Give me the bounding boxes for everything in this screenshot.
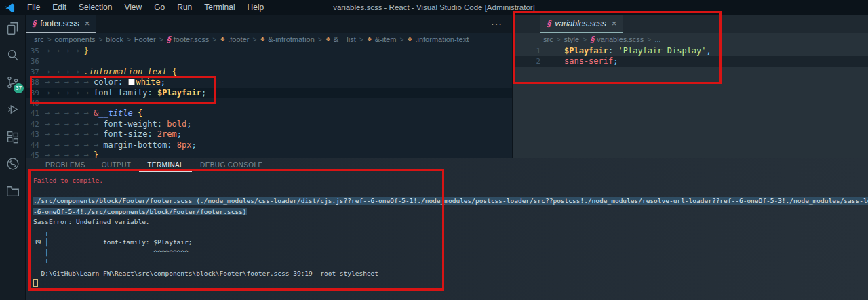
menu-terminal[interactable]: Terminal <box>198 0 241 15</box>
symbol-class-icon: ❖ <box>407 36 412 43</box>
terminal-line: │ ^^^^^^^^^ <box>33 247 868 257</box>
code-editor-footer[interactable]: 35→→→→}3637→→→→.information-text {38→→→→… <box>26 46 512 158</box>
source-control-icon[interactable]: 37 <box>0 69 26 96</box>
code-line-38: 38→→→→→color: white; <box>26 77 512 87</box>
code-line-36: 36 <box>26 56 512 66</box>
bottom-panel: PROBLEMSOUTPUTTERMINALDEBUG CONSOLE Fail… <box>26 158 868 300</box>
panel-tab-terminal[interactable]: TERMINAL <box>139 158 192 172</box>
breadcrumb-separator: > <box>127 36 131 43</box>
code-line-45: 45→→→→→} <box>26 150 512 158</box>
panel-tab-output[interactable]: OUTPUT <box>94 158 140 172</box>
terminal-line: SassError: Undefined variable. <box>33 217 868 227</box>
panel-tab-problems[interactable]: PROBLEMS <box>37 158 94 172</box>
symbol-class-icon: ❖ <box>367 36 372 43</box>
code-line-42: 42→→→→→→font-weight: bold; <box>26 119 512 129</box>
breadcrumb: src>components>block>Footer>§footer.scss… <box>26 33 512 46</box>
terminal-line: 39 │ font-family: $Playfair; <box>33 237 868 247</box>
title-bar: FileEditSelectionViewGoRunTerminalHelp v… <box>0 0 868 15</box>
sass-file-icon: § <box>32 19 36 28</box>
terminal-line: ╵ <box>33 258 868 268</box>
color-swatch <box>129 79 134 85</box>
menu-view[interactable]: View <box>118 0 148 15</box>
menu-run[interactable]: Run <box>171 0 198 15</box>
menu-file[interactable]: File <box>21 0 46 15</box>
terminal-line: ./src/components/block/Footer/footer.scs… <box>33 196 868 206</box>
menu-edit[interactable]: Edit <box>46 0 73 15</box>
breadcrumb-separator: > <box>159 36 163 43</box>
panel-tab-debug-console[interactable]: DEBUG CONSOLE <box>192 158 271 172</box>
vscode-window: FileEditSelectionViewGoRunTerminalHelp v… <box>0 0 868 300</box>
activity-bar: 37 <box>0 15 26 300</box>
symbol-class-icon: ❖ <box>260 36 265 43</box>
code-line-40: 40 <box>26 98 512 108</box>
sass-file-icon: § <box>166 35 170 44</box>
breadcrumb-item[interactable]: §footer.scss <box>166 35 209 44</box>
code-editor-variables[interactable]: 1$Playfair: 'Playfair Display',2sans-ser… <box>513 46 868 67</box>
menu-bar: FileEditSelectionViewGoRunTerminalHelp <box>21 0 270 15</box>
run-debug-icon[interactable] <box>0 96 26 123</box>
terminal-line: ╷ <box>33 227 868 237</box>
breadcrumb-separator: > <box>647 36 651 43</box>
close-tab-icon[interactable]: × <box>612 18 617 28</box>
terminal-line <box>33 278 868 288</box>
tab-footer-scss[interactable]: § footer.scss × <box>26 15 96 33</box>
terminal-line: Failed to compile. <box>33 175 868 186</box>
symbol-class-icon: ❖ <box>326 36 331 43</box>
breadcrumb-separator: > <box>400 36 404 43</box>
window-title: variables.scss - React - Visual Studio C… <box>333 3 535 12</box>
breadcrumb-item[interactable]: §variables.scss <box>590 35 644 44</box>
project-folder-icon[interactable] <box>0 177 26 205</box>
scm-badge: 37 <box>14 83 24 93</box>
breadcrumb-item[interactable]: style <box>564 35 580 43</box>
breadcrumb-item[interactable]: block <box>106 35 123 43</box>
explorer-icon[interactable] <box>0 15 26 42</box>
editor-area: § footer.scss × ··· src>components>block… <box>26 15 868 158</box>
code-line-39: 39→→→→→font-family: $Playfair; <box>26 88 512 98</box>
terminal[interactable]: Failed to compile../src/components/block… <box>26 172 868 300</box>
sass-file-icon: § <box>590 35 594 44</box>
breadcrumb-separator: > <box>583 36 587 43</box>
breadcrumb-item[interactable]: ❖&-item <box>367 35 397 43</box>
sass-file-icon: § <box>547 19 551 28</box>
code-line-44: 44→→→→→→margin-bottom: 8px; <box>26 140 512 150</box>
code-line-35: 35→→→→} <box>26 46 512 56</box>
breadcrumb-item[interactable]: ❖&__list <box>326 35 356 43</box>
editor-group-variables[interactable]: § variables.scss × src>style>§variables.… <box>513 15 868 158</box>
breadcrumb-separator: > <box>359 36 363 43</box>
vscode-logo-icon <box>5 3 15 13</box>
breadcrumb-item[interactable]: components <box>55 35 96 43</box>
menu-go[interactable]: Go <box>148 0 171 15</box>
breadcrumb-item[interactable]: src <box>34 35 44 43</box>
symbol-class-icon: ❖ <box>220 36 225 43</box>
terminal-cursor <box>33 279 38 287</box>
terminal-line <box>33 186 868 196</box>
breadcrumb-separator: > <box>252 36 256 43</box>
terminal-line: D:\GitHub\Learn-FW\React\src\components\… <box>33 268 868 278</box>
menu-selection[interactable]: Selection <box>73 0 118 15</box>
code-line-37: 37→→→→.information-text { <box>26 67 512 77</box>
panel-tabs: PROBLEMSOUTPUTTERMINALDEBUG CONSOLE <box>26 158 868 172</box>
breadcrumb-item[interactable]: src <box>543 35 553 43</box>
code-line-1: 1$Playfair: 'Playfair Display', <box>513 46 868 56</box>
search-icon[interactable] <box>0 42 26 69</box>
menu-help[interactable]: Help <box>241 0 271 15</box>
breadcrumb-item[interactable]: ... <box>654 35 660 43</box>
editor-group-footer[interactable]: § footer.scss × ··· src>components>block… <box>26 15 513 158</box>
breadcrumb-separator: > <box>47 36 52 43</box>
code-line-2: 2sans-serif; <box>513 56 868 66</box>
extensions-icon[interactable] <box>0 123 26 150</box>
breadcrumb-item[interactable]: ❖&-infrotmation <box>260 35 315 43</box>
code-line-41: 41→→→→→&__title { <box>26 108 512 119</box>
breadcrumb-separator: > <box>318 36 322 43</box>
tab-variables-scss[interactable]: § variables.scss × <box>540 15 623 33</box>
terminal-line: -6-oneOf-5-4!./src/components/block/Foot… <box>33 207 868 217</box>
breadcrumb-item[interactable]: ❖.information-text <box>407 35 469 43</box>
close-tab-icon[interactable]: × <box>85 18 90 28</box>
git-history-icon[interactable] <box>0 150 26 177</box>
breadcrumb-separator: > <box>98 36 102 43</box>
breadcrumb: src>style>§variables.scss>... <box>513 33 868 46</box>
breadcrumb-item[interactable]: Footer <box>134 35 156 43</box>
breadcrumb-separator: > <box>557 36 561 43</box>
more-actions-icon[interactable]: ··· <box>491 18 512 29</box>
breadcrumb-item[interactable]: ❖.footer <box>220 35 249 43</box>
